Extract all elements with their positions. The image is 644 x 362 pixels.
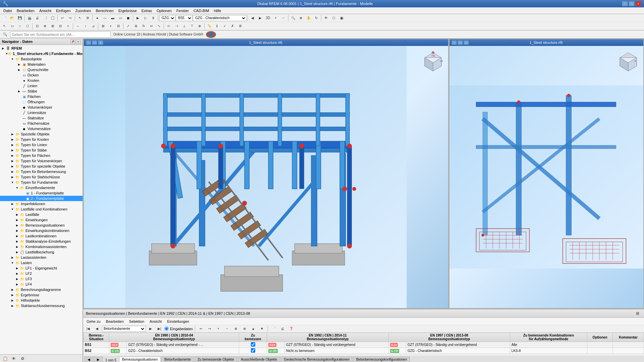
tb-pan[interactable]: ✋ bbox=[305, 15, 312, 21]
tree-stabe[interactable]: ▶ — Stäbe bbox=[0, 88, 83, 94]
tree-arrow-tv[interactable]: ▶ bbox=[10, 159, 15, 163]
tb-calc2[interactable]: ▷ bbox=[142, 15, 149, 21]
tree-arrow-quer[interactable]: ▶ bbox=[17, 67, 21, 72]
tree-arrow-ts[interactable]: ▶ bbox=[10, 148, 15, 153]
tb2-circle[interactable]: ○ bbox=[16, 23, 23, 29]
tree-arrow-bd[interactable]: ▶ bbox=[10, 287, 15, 292]
data-combo-betonfunda[interactable]: Betonfundamente bbox=[102, 326, 146, 332]
combo-bs5[interactable]: BS5 bbox=[176, 15, 193, 21]
tb2-extend[interactable]: ⊣ bbox=[173, 23, 180, 29]
tb-pdf[interactable]: 📑 bbox=[41, 15, 49, 21]
tree-volumensatze[interactable]: ◆ Volumensätze bbox=[0, 126, 83, 131]
left-view-minimize[interactable]: − bbox=[86, 40, 91, 45]
tree-materialien[interactable]: ▶ ▣ Materialien bbox=[0, 62, 83, 67]
tree-arrow-lin[interactable] bbox=[17, 83, 21, 88]
tree-arrow-ss[interactable] bbox=[17, 116, 21, 120]
tree-typen-funda[interactable]: ▼ 📁 Typen für Fundamente bbox=[0, 180, 83, 185]
tb-filter[interactable]: ⚙ bbox=[84, 15, 91, 21]
dt-btn9[interactable]: 📄 bbox=[270, 325, 277, 332]
tree-lf3[interactable]: ▶ 📁 LF3 bbox=[0, 276, 83, 282]
tb-undo[interactable]: ↩ bbox=[59, 15, 66, 21]
tb-node[interactable]: ● bbox=[94, 15, 101, 21]
dt-btn7[interactable]: ▲ bbox=[250, 325, 257, 332]
search-input[interactable] bbox=[10, 32, 111, 38]
combo-gzg[interactable]: GZG bbox=[159, 15, 175, 21]
menu-ansicht[interactable]: Ansicht bbox=[37, 8, 53, 13]
tree-arrow-sb[interactable]: ▶ bbox=[10, 303, 15, 308]
tb-render[interactable]: ▣ bbox=[338, 15, 345, 21]
tree-arrow-tl[interactable]: ▶ bbox=[10, 142, 15, 147]
checkbox-bs1[interactable] bbox=[251, 342, 255, 347]
tree-arrow-vs[interactable] bbox=[17, 126, 21, 131]
tb-redo[interactable]: ↪ bbox=[66, 15, 74, 21]
tb2-copy[interactable]: ⧉ bbox=[132, 23, 140, 29]
tree-arrow-lk[interactable]: ▼ bbox=[10, 207, 15, 212]
menu-cad-bim[interactable]: CAD-BIM bbox=[192, 8, 211, 13]
tb-open[interactable]: 📂 bbox=[8, 15, 16, 21]
right-view-restore[interactable]: □ bbox=[458, 40, 463, 45]
tree-arrow-imp[interactable]: ▶ bbox=[10, 201, 15, 206]
tree-typen-spezielle[interactable]: ▶ 📁 Typen für spezielle Objekte bbox=[0, 164, 83, 169]
tb2-snap1[interactable]: ⊡ bbox=[34, 23, 41, 29]
tree-offnungen[interactable]: ⬚ Öffnungen bbox=[0, 99, 83, 105]
tb2-dim3[interactable]: ⊿ bbox=[90, 23, 97, 29]
td-bs1-check[interactable] bbox=[239, 342, 267, 348]
tree-imperfekt[interactable]: ▶ 📁 Imperfektionen bbox=[0, 201, 83, 206]
tree-arrow-la[interactable]: ▶ bbox=[10, 255, 15, 260]
tree-arrow-ek[interactable]: ▶ bbox=[15, 228, 19, 233]
close-button[interactable]: × bbox=[635, 1, 641, 6]
tree-arrow-tfund[interactable]: ▼ bbox=[10, 180, 15, 185]
combo-char[interactable]: GZG - Charakteristisch bbox=[193, 15, 247, 21]
tb-line[interactable]: — bbox=[101, 15, 109, 21]
tree-arrow-ls[interactable] bbox=[17, 110, 21, 115]
td-bs2-check[interactable] bbox=[239, 348, 267, 354]
tree-arrow-lkombi[interactable]: ▶ bbox=[15, 234, 19, 238]
dt-btn2[interactable]: ↪ bbox=[206, 325, 213, 332]
tree-lastassist[interactable]: ▶ 📁 Lastassistenten bbox=[0, 255, 83, 260]
tree-knoten[interactable]: ● Knoten bbox=[0, 78, 83, 83]
tree-arrow-vol[interactable] bbox=[17, 105, 21, 110]
menu-ergebnisse[interactable]: Ergebnisse bbox=[116, 8, 139, 13]
tree-ergebnisse[interactable]: ▶ 📁 Ergebnisse bbox=[0, 292, 83, 298]
tree-arrow-dick[interactable] bbox=[17, 73, 21, 77]
btn-ansicht[interactable]: Ansicht bbox=[148, 319, 164, 324]
tb2-rect[interactable]: ▭ bbox=[8, 23, 16, 29]
tree-arrow-tb[interactable]: ▶ bbox=[10, 169, 15, 174]
btn-bearbeiten[interactable]: Bearbeiten bbox=[104, 319, 126, 324]
tree-typen-flachen[interactable]: ▶ 📁 Typen für Flächen bbox=[0, 153, 83, 158]
tree-arrow-rfem[interactable]: ▶ bbox=[1, 46, 5, 51]
tree-liniensatze[interactable]: ╱ Liniensätze bbox=[0, 110, 83, 115]
tb2-mirror[interactable]: ⇔ bbox=[148, 23, 155, 29]
dt-btn5[interactable]: ⊕ bbox=[232, 325, 239, 332]
tree-arrow-knot[interactable] bbox=[17, 78, 21, 83]
data-nav-first[interactable]: |◀ bbox=[85, 325, 92, 332]
nav-bottom-btn2[interactable]: 👁 bbox=[10, 355, 17, 362]
tb2-info[interactable]: ℹ bbox=[213, 23, 221, 29]
right-view-close[interactable]: × bbox=[464, 40, 469, 45]
tree-querschnitte[interactable]: ▶ ⬡ Querschnitte bbox=[0, 67, 83, 72]
tb2-plane[interactable]: ⊟ bbox=[115, 23, 122, 29]
tree-basisobjekte[interactable]: ▼ 📁 Basisobjekte bbox=[0, 56, 83, 62]
data-nav-last[interactable]: ▶| bbox=[156, 325, 163, 332]
tb-view1[interactable]: + bbox=[272, 15, 279, 21]
minimize-button[interactable]: − bbox=[622, 1, 628, 6]
tb-display[interactable]: 👁 bbox=[322, 15, 330, 21]
tb-view2[interactable]: − bbox=[280, 15, 287, 21]
tab-betonfunda[interactable]: Betonfundamente bbox=[161, 357, 194, 362]
tree-stahlbem[interactable]: ▶ 📁 Stahlanschlussbemessung bbox=[0, 303, 83, 308]
menu-hilfe[interactable]: Hilfe bbox=[212, 8, 223, 13]
tb-solid[interactable]: ◼ bbox=[124, 15, 132, 21]
tree-project[interactable]: ▼ 📁 1_Steel structure.rf6 | Fundamente -… bbox=[0, 51, 83, 56]
menu-datei[interactable]: Datei bbox=[1, 8, 14, 13]
tree-arrow-ka[interactable]: ▶ bbox=[15, 244, 19, 249]
tree-berechnungsdiag[interactable]: ▶ 📁 Berechnungsdiagramme bbox=[0, 287, 83, 292]
tb-wire[interactable]: ⬡ bbox=[330, 15, 337, 21]
right-view-minimize[interactable]: − bbox=[451, 40, 457, 45]
dt-btn11[interactable]: ❓ bbox=[287, 325, 295, 332]
tb2-bool[interactable]: ⊕ bbox=[196, 23, 203, 29]
tree-volumen[interactable]: ◆ Volumenkörper bbox=[0, 105, 83, 110]
left-view-restore[interactable]: □ bbox=[92, 40, 97, 45]
checkbox-bs2[interactable] bbox=[251, 348, 255, 353]
tree-lf4[interactable]: ▶ 📁 LF4 bbox=[0, 282, 83, 287]
tree-arrow-hobj[interactable]: ▶ bbox=[10, 298, 15, 303]
